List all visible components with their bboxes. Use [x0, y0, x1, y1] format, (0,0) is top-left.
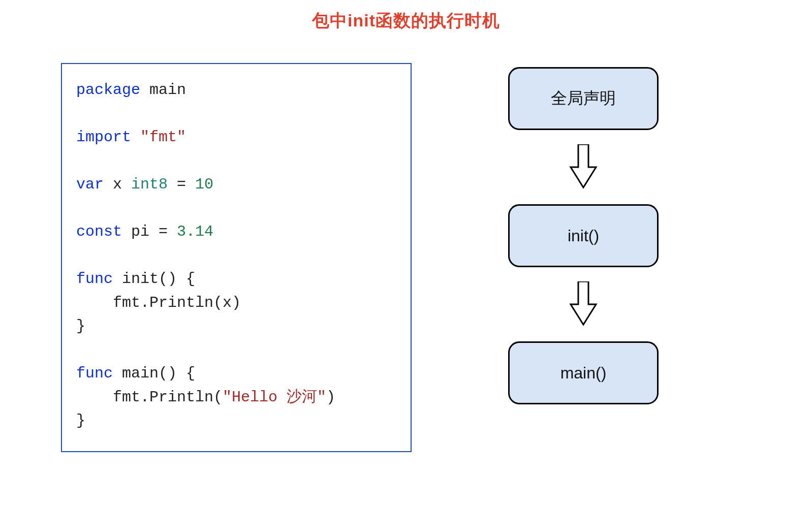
type-int8: int8 [131, 176, 168, 193]
code-blank-5 [76, 338, 396, 362]
code-line-8: func main() { [76, 362, 396, 386]
init-body: fmt.Println(x) [76, 294, 241, 311]
code-panel: package main import "fmt" var x int8 = 1… [61, 63, 412, 452]
number-10: 10 [195, 176, 213, 193]
identifier-pi: pi = [122, 223, 177, 240]
func-main-sig: main() { [113, 365, 195, 382]
keyword-package: package [76, 81, 140, 99]
code-blank-4 [76, 244, 396, 268]
main-body-pre: fmt.Println( [76, 389, 223, 406]
flow-chart: 全局声明 init() main() [508, 63, 659, 404]
main-body-post: ) [326, 389, 335, 406]
flow-box-init: init() [508, 204, 659, 267]
code-line-2: import "fmt" [76, 125, 396, 149]
string-fmt: "fmt" [131, 129, 186, 146]
number-pi: 3.14 [177, 223, 213, 240]
code-line-7: } [76, 314, 396, 338]
code-line-5: func init() { [76, 267, 396, 291]
keyword-import: import [76, 129, 131, 146]
code-line-4: const pi = 3.14 [76, 220, 396, 244]
keyword-var: var [76, 176, 104, 193]
identifier-x: x [104, 176, 131, 193]
code-line-9: fmt.Println("Hello 沙河") [76, 386, 396, 409]
func-init-sig: init() { [113, 270, 195, 288]
arrow-down-icon-2 [568, 281, 599, 327]
main-close: } [76, 412, 85, 429]
keyword-func-2: func [76, 365, 113, 382]
keyword-func-1: func [76, 270, 113, 288]
code-line-6: fmt.Println(x) [76, 291, 396, 315]
code-blank-1 [76, 102, 396, 126]
flow-box-global-decl: 全局声明 [508, 67, 659, 130]
init-close: } [76, 318, 85, 335]
code-line-3: var x int8 = 10 [76, 173, 396, 197]
diagram-content: package main import "fmt" var x int8 = 1… [0, 33, 812, 452]
identifier-main: main [140, 81, 186, 99]
code-blank-2 [76, 149, 396, 173]
keyword-const: const [76, 223, 122, 240]
equals-1: = [168, 176, 195, 193]
arrow-down-icon-1 [568, 144, 599, 190]
flow-box-main: main() [508, 341, 659, 404]
string-hello: "Hello 沙河" [223, 389, 326, 406]
code-blank-3 [76, 197, 396, 220]
code-line-1: package main [76, 78, 396, 102]
code-line-10: } [76, 409, 396, 433]
diagram-title: 包中init函数的执行时机 [0, 0, 812, 33]
